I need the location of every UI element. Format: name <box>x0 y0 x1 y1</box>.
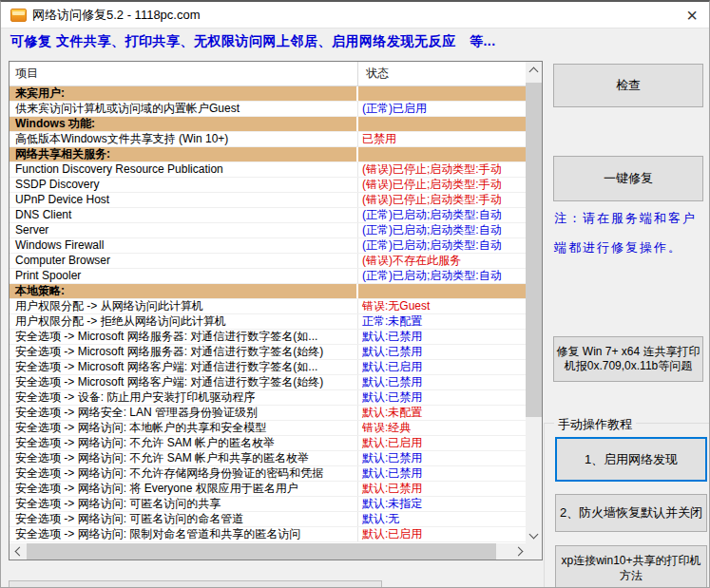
xp-connect-win10-printer-button[interactable]: xp连接win10+共享的打印机方法 <box>555 545 707 588</box>
table-row[interactable]: SSDP Discovery(错误)已停止;启动类型:手动 <box>10 178 526 193</box>
status-cell: 默认:已启用 <box>358 360 526 374</box>
one-click-repair-button[interactable]: 一键修复 <box>553 156 703 201</box>
table-row[interactable]: 安全选项 -> 网络访问: 不允许存储网络身份验证的密码和凭据默认:已禁用 <box>10 466 526 482</box>
status-cell: 错误:经典 <box>358 421 526 435</box>
item-cell: SSDP Discovery <box>10 178 358 192</box>
status-cell: 默认:已禁用 <box>358 451 526 465</box>
table-row[interactable]: 安全选项 -> 网络访问: 可匿名访问的共享默认:未指定 <box>10 497 526 512</box>
bottom-partial-control <box>9 580 382 588</box>
status-cell <box>358 147 526 161</box>
chevron-left-icon <box>14 547 24 557</box>
table-row[interactable]: 供来宾访问计算机或访问域的内置帐户Guest(正常)已启用 <box>10 102 526 117</box>
status-cell: (错误)已停止;启动类型:手动 <box>358 193 526 207</box>
status-cell: 默认:已禁用 <box>358 375 526 389</box>
item-cell: 安全选项 -> Microsoft 网络服务器: 对通信进行数字签名(始终) <box>10 345 358 359</box>
item-cell: 高低版本Windows文件共享支持 (Win 10+) <box>10 132 358 146</box>
item-cell: Server <box>10 223 358 237</box>
item-cell: 安全选项 -> 网络访问: 不允许 SAM 帐户和共享的匿名枚举 <box>10 451 358 465</box>
status-cell: (错误)不存在此服务 <box>358 254 526 268</box>
item-cell: 来宾用户: <box>10 86 358 101</box>
column-header-status[interactable]: 状态 <box>358 62 526 85</box>
table-row[interactable]: 用户权限分配 -> 从网络访问此计算机错误:无Guest <box>10 299 526 314</box>
column-header-item[interactable]: 项目 <box>10 62 358 85</box>
item-cell: UPnP Device Host <box>10 193 358 207</box>
item-cell: 安全选项 -> 网络访问: 本地帐户的共享和安全模型 <box>10 421 358 435</box>
table-row[interactable]: 安全选项 -> Microsoft 网络客户端: 对通信进行数字签名(始终)默认… <box>10 375 526 390</box>
status-cell: (正常)已启用 <box>358 102 526 116</box>
table-row[interactable]: Windows Firewall(正常)已启动;启动类型:自动 <box>10 238 526 254</box>
title-bar: 网络访问修复5.2 - 1118pc.com × <box>1 2 710 28</box>
table-row[interactable]: 安全选项 -> 网络访问: 将 Everyone 权限应用于匿名用户默认:已禁用 <box>10 482 526 497</box>
check-button[interactable]: 检查 <box>553 64 703 107</box>
app-window: 网络访问修复5.2 - 1118pc.com × 可修复 文件共享、打印共享、无… <box>0 0 710 588</box>
table-row[interactable]: Computer Browser(错误)不存在此服务 <box>10 254 526 269</box>
section-row[interactable]: Windows 功能: <box>10 117 526 132</box>
status-cell: (正常)已启动;启动类型:自动 <box>358 269 526 283</box>
section-row[interactable]: 网络共享相关服务: <box>10 147 526 162</box>
table-row[interactable]: 安全选项 -> Microsoft 网络服务器: 对通信进行数字签名(如...默… <box>10 330 526 345</box>
section-row[interactable]: 来宾用户: <box>10 86 526 102</box>
status-cell: 默认:已禁用 <box>358 330 526 344</box>
table-row[interactable]: 安全选项 -> 网络访问: 不允许 SAM 帐户和共享的匿名枚举默认:已禁用 <box>10 451 526 466</box>
table-row[interactable]: 安全选项 -> 网络安全: LAN 管理器身份验证级别默认:未配置 <box>10 406 526 421</box>
list-header[interactable]: 项目 状态 <box>10 62 526 86</box>
status-list: 项目 状态 来宾用户:供来宾访问计算机或访问域的内置帐户Guest(正常)已启用… <box>9 61 543 560</box>
scroll-down-button[interactable] <box>526 527 542 543</box>
item-cell: 安全选项 -> 网络访问: 不允许 SAM 帐户的匿名枚举 <box>10 436 358 450</box>
firewall-restore-button[interactable]: 2、防火墙恢复默认并关闭 <box>555 494 707 532</box>
status-cell: (正常)已启动;启动类型:自动 <box>358 238 526 253</box>
repair-note: 注：请在服务端和客户端都进行修复操作。 <box>554 203 708 262</box>
table-row[interactable]: Function Discovery Resource Publication(… <box>10 162 526 178</box>
status-cell: 默认:已启用 <box>358 527 526 541</box>
table-row[interactable]: 安全选项 -> 网络访问: 本地帐户的共享和安全模型错误:经典 <box>10 421 526 436</box>
item-cell: DNS Client <box>10 208 358 222</box>
item-cell: 安全选项 -> Microsoft 网络客户端: 对通信进行数字签名(始终) <box>10 375 358 389</box>
enable-network-discovery-button[interactable]: 1、启用网络发现 <box>555 437 707 482</box>
app-icon <box>10 9 27 22</box>
status-cell: 默认:已禁用 <box>358 482 526 496</box>
table-row[interactable]: UPnP Device Host(错误)已停止;启动类型:手动 <box>10 193 526 208</box>
table-row[interactable]: Server(正常)已启动;启动类型:自动 <box>10 223 526 238</box>
fix-win7-printer-button[interactable]: 修复 Win 7+ x64 连共享打印机报0x.709,0x.11b等问题 <box>553 336 703 382</box>
table-row[interactable]: 安全选项 -> Microsoft 网络客户端: 对通信进行数字签名(如...默… <box>10 360 526 375</box>
table-row[interactable]: 安全选项 -> 网络访问: 不允许 SAM 帐户的匿名枚举默认:已启用 <box>10 436 526 451</box>
status-cell: 错误:无Guest <box>358 299 526 313</box>
horizontal-scroll-thumb[interactable] <box>27 543 496 560</box>
table-row[interactable]: 用户权限分配 -> 拒绝从网络访问此计算机正常:未配置 <box>10 314 526 330</box>
chevron-down-icon <box>529 529 539 539</box>
vertical-scrollbar[interactable] <box>526 62 542 543</box>
horizontal-scrollbar[interactable] <box>10 543 528 560</box>
status-cell: 默认:已启用 <box>358 436 526 450</box>
table-row[interactable]: 安全选项 -> 设备: 防止用户安装打印机驱动程序默认:已禁用 <box>10 390 526 406</box>
scroll-up-button[interactable] <box>526 62 542 78</box>
item-cell: Windows Firewall <box>10 238 358 253</box>
table-row[interactable]: Print Spooler(正常)已启动;启动类型:自动 <box>10 269 526 284</box>
table-row[interactable]: 安全选项 -> 网络访问: 可匿名访问的命名管道默认:无 <box>10 512 526 527</box>
item-cell: 安全选项 -> 网络访问: 不允许存储网络身份验证的密码和凭据 <box>10 466 358 481</box>
section-row[interactable]: 本地策略: <box>10 284 526 299</box>
chevron-up-icon <box>529 66 539 76</box>
status-cell: 默认:无 <box>358 512 526 526</box>
scroll-left-button[interactable] <box>10 543 26 560</box>
status-cell: (错误)已停止;启动类型:手动 <box>358 162 526 177</box>
table-row[interactable]: 安全选项 -> 网络访问: 限制对命名管道和共享的匿名访问默认:已启用 <box>10 527 526 542</box>
table-row[interactable]: DNS Client(正常)已启动;启动类型:自动 <box>10 208 526 223</box>
close-icon[interactable]: × <box>679 4 705 27</box>
table-row[interactable]: 安全选项 -> Microsoft 网络服务器: 对通信进行数字签名(始终)默认… <box>10 345 526 360</box>
table-row[interactable]: 高低版本Windows文件共享支持 (Win 10+)已禁用 <box>10 132 526 147</box>
status-cell: (正常)已启动;启动类型:自动 <box>358 208 526 222</box>
feature-subtitle: 可修复 文件共享、打印共享、无权限访问网上邻居、启用网络发现无反应 等... <box>10 33 496 50</box>
status-cell: 正常:未配置 <box>358 314 526 329</box>
item-cell: Function Discovery Resource Publication <box>10 162 358 177</box>
status-cell <box>358 117 526 131</box>
item-cell: 用户权限分配 -> 拒绝从网络访问此计算机 <box>10 314 358 329</box>
item-cell: Print Spooler <box>10 269 358 283</box>
status-cell: (正常)已启动;启动类型:自动 <box>358 223 526 237</box>
scrollbar-corner <box>526 543 542 560</box>
vertical-scroll-thumb[interactable] <box>526 83 542 417</box>
status-cell: 默认:未配置 <box>358 406 526 420</box>
item-cell: 供来宾访问计算机或访问域的内置帐户Guest <box>10 102 358 116</box>
item-cell: 安全选项 -> Microsoft 网络服务器: 对通信进行数字签名(如... <box>10 330 358 344</box>
status-cell: 默认:已禁用 <box>358 345 526 359</box>
status-cell <box>358 86 526 101</box>
